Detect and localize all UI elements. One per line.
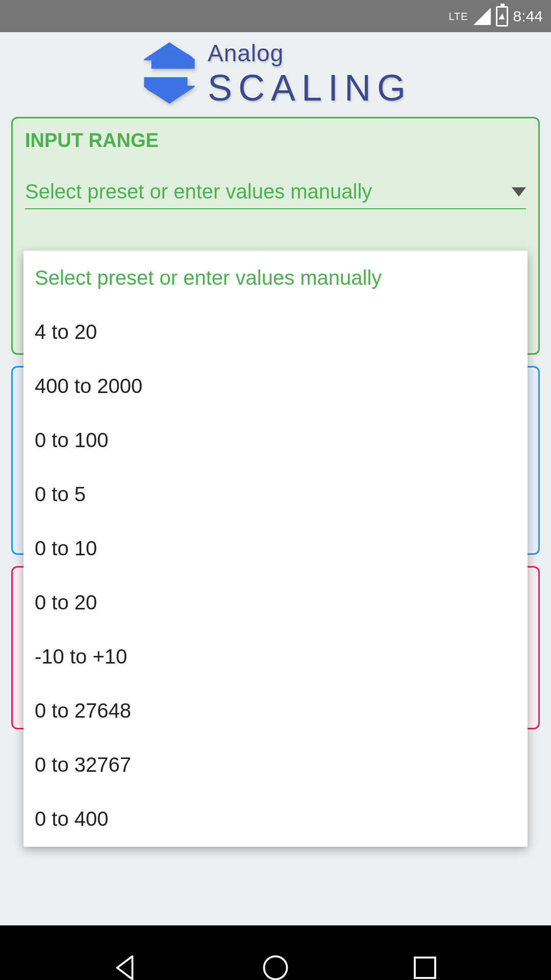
android-navbar: [0, 925, 551, 980]
app-title-line1: Analog: [208, 39, 412, 67]
svg-marker-0: [144, 42, 194, 69]
preset-option[interactable]: 400 to 2000: [23, 359, 528, 413]
preset-option[interactable]: 0 to 400: [23, 792, 528, 846]
network-type-label: LTE: [448, 11, 468, 21]
android-statusbar: LTE 8:44: [0, 0, 551, 32]
preset-option[interactable]: 0 to 5: [23, 467, 528, 521]
preset-option[interactable]: 4 to 20: [23, 305, 528, 359]
app-logo-icon: [139, 39, 199, 109]
preset-option[interactable]: 0 to 32767: [23, 738, 528, 792]
preset-dropdown[interactable]: Select preset or enter values manually4 …: [23, 251, 528, 847]
app-title-line2: SCALING: [208, 67, 412, 109]
preset-option[interactable]: 0 to 10: [23, 521, 528, 575]
svg-point-2: [264, 957, 287, 979]
input-range-preset-select[interactable]: Select preset or enter values manually: [25, 180, 526, 209]
battery-charging-icon: [496, 6, 508, 27]
clock-label: 8:44: [513, 8, 543, 25]
svg-rect-3: [415, 958, 435, 978]
input-range-title: INPUT RANGE: [25, 130, 526, 152]
preset-option[interactable]: 0 to 27648: [23, 683, 528, 738]
recents-button[interactable]: [410, 952, 440, 980]
svg-marker-1: [144, 77, 194, 104]
preset-option[interactable]: 0 to 20: [23, 575, 528, 629]
back-button[interactable]: [111, 952, 141, 980]
chevron-down-icon: [512, 187, 526, 197]
preset-option[interactable]: 0 to 100: [23, 413, 528, 467]
home-button[interactable]: [260, 952, 291, 980]
app-logo: Analog SCALING: [0, 32, 551, 115]
preset-option[interactable]: -10 to +10: [23, 629, 528, 683]
select-value: Select preset or enter values manually: [25, 180, 372, 203]
preset-option[interactable]: Select preset or enter values manually: [23, 251, 528, 305]
signal-icon: [473, 8, 491, 25]
